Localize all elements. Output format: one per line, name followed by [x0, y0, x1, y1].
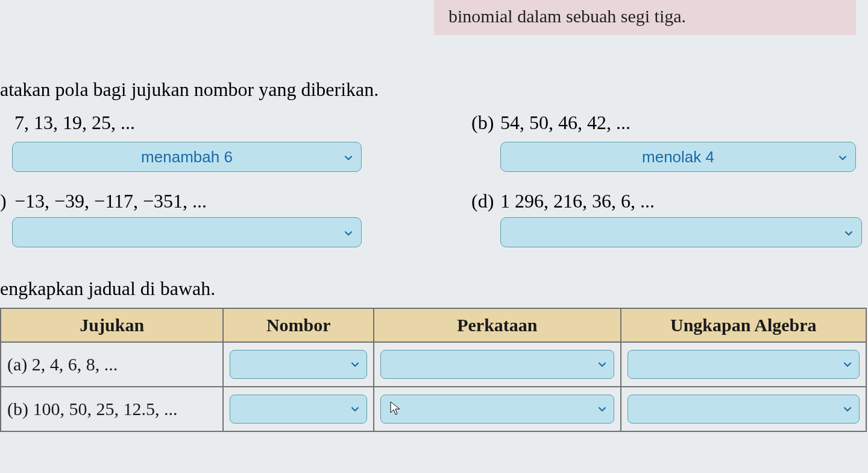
chevron-down-icon: [844, 223, 853, 242]
row-b-algebra-dropdown[interactable]: [627, 395, 860, 424]
chevron-down-icon: [351, 401, 359, 417]
sequence-b-label: (b): [471, 112, 494, 134]
chevron-down-icon: [344, 148, 353, 167]
chevron-down-icon: [344, 223, 353, 242]
row-a-sequence: (a) 2, 4, 6, 8, ...: [1, 342, 223, 387]
row-a-nombor-dropdown[interactable]: [230, 350, 367, 379]
row-b-sequence: (b) 100, 50, 25, 12.5, ...: [1, 387, 223, 431]
question-2-title: engkapkan jadual di bawah.: [0, 278, 215, 300]
table-row: (a) 2, 4, 6, 8, ...: [1, 342, 866, 387]
sequence-d-label: (d): [471, 190, 494, 212]
sequence-a-dropdown[interactable]: menambah 6: [12, 142, 362, 172]
sequence-d-dropdown[interactable]: [500, 217, 862, 247]
sequence-b-selected: menolak 4: [642, 148, 714, 167]
table-header-jujukan: Jujukan: [1, 308, 223, 342]
table-row: (b) 100, 50, 25, 12.5, ...: [1, 387, 866, 431]
info-note-text: binomial dalam sebuah segi tiga.: [448, 6, 686, 26]
sequence-a-selected: menambah 6: [141, 148, 233, 167]
chevron-down-icon: [598, 357, 606, 372]
sequence-d-text: 1 296, 216, 36, 6, ...: [500, 190, 655, 212]
row-b-nombor-dropdown[interactable]: [230, 395, 367, 424]
sequence-a-text: 7, 13, 19, 25, ...: [14, 112, 135, 134]
sequence-b-dropdown[interactable]: menolak 4: [500, 142, 856, 172]
sequence-c-label: ): [0, 190, 7, 212]
chevron-down-icon: [843, 401, 852, 417]
row-a-algebra-dropdown[interactable]: [627, 350, 860, 379]
sequence-b-text: 54, 50, 46, 42, ...: [500, 112, 631, 134]
row-b-perkataan-dropdown[interactable]: [380, 395, 614, 424]
chevron-down-icon: [843, 357, 852, 372]
row-a-perkataan-dropdown[interactable]: [380, 350, 614, 379]
table-header-perkataan: Perkataan: [374, 308, 620, 342]
question-1-title: atakan pola bagi jujukan nombor yang dib…: [0, 78, 379, 101]
info-note-box: binomial dalam sebuah segi tiga.: [434, 0, 856, 35]
chevron-down-icon: [838, 148, 847, 167]
worksheet-table: Jujukan Nombor Perkataan Ungkapan Algebr…: [0, 308, 867, 432]
sequence-c-dropdown[interactable]: [12, 217, 362, 247]
chevron-down-icon: [351, 357, 359, 372]
sequence-c-text: −13, −39, −117, −351, ...: [14, 190, 207, 212]
table-header-algebra: Ungkapan Algebra: [621, 308, 866, 342]
chevron-down-icon: [598, 401, 606, 417]
table-header-nombor: Nombor: [223, 308, 374, 342]
